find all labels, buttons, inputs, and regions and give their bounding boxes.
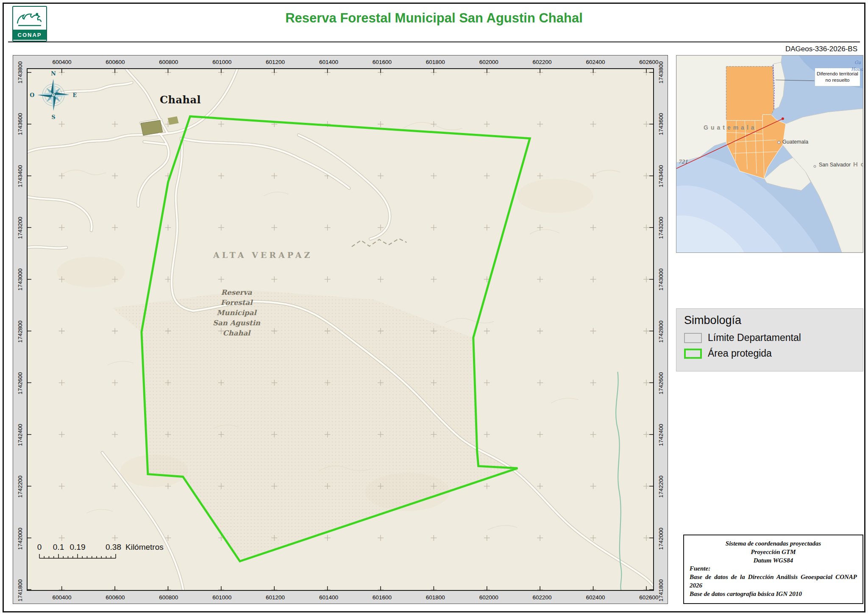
grid-y-label: 1742200 [658,476,664,498]
grid-x-label: 601400 [319,59,338,65]
grid-x-label: 601000 [212,594,231,601]
grid-x-label: 601600 [373,594,392,601]
credits-source-line: Base de datos de la Dirección Análisis G… [690,573,857,590]
scale-bar-ruler [39,553,119,560]
credits-line: Sistema de coordenadas proyectadas [690,540,857,548]
scale-unit-label: Kilómetros [125,543,164,551]
grid-x-label: 602400 [586,59,605,65]
conap-logo: CONAP [12,6,47,42]
built-up-area [168,116,179,125]
inset-country-label: Guatemala [704,124,757,131]
coord-band-top: 6004006006006008006010006012006014006016… [13,55,668,68]
reserve-name-line: Reserva [196,288,277,298]
credits-source-line: Base de datos cartografía básica IGN 201… [690,590,857,598]
conap-logo-text: CONAP [13,30,46,40]
grid-y-label: 1743600 [17,113,23,136]
legend-item-departmental: Límite Departamental [684,332,863,344]
grid-x-label: 600600 [106,59,125,65]
inset-capital-label: Guatemala [782,139,808,145]
legend-panel: Simbología Límite Departamental Área pro… [676,308,863,371]
map-sheet: CONAP Reserva Forestal Municipal San Agu… [3,3,865,612]
grid-y-label: 1742000 [658,527,664,550]
compass-rose: N E S O [28,70,78,120]
legend-item-protected: Área protegida [684,348,863,359]
credits-line: Proyección GTM [690,548,857,557]
credits-line: Datum WGS84 [690,557,857,565]
credits-fuente-label: Fuente: [690,565,857,573]
grid-y-label: 1742400 [17,424,23,446]
grid-y-label: 1742000 [17,527,23,550]
grid-x-label: 601400 [319,594,338,601]
grid-y-label: 1742600 [658,372,664,395]
capital-city-marker [778,141,780,144]
compass-east-label: E [73,92,77,98]
grid-y-label: 1743200 [17,217,23,239]
san-salvador-marker [814,165,816,167]
grid-y-label: 1742600 [17,372,23,395]
coord-band-bottom: 6004006006006008006010006012006014006016… [13,591,668,604]
grid-x-label: 600400 [52,594,71,601]
inset-san-salvador-label: San Salvador [819,162,851,168]
scale-label: 0.38Kilómetros [106,543,164,552]
grid-y-label: 1742800 [17,320,23,343]
grid-x-label: 601800 [426,594,445,601]
grid-y-label: 1743800 [658,61,664,84]
legend-title: Simbología [684,314,863,327]
dashed-track [352,238,406,247]
inset-ocean-label: Gu [854,60,861,65]
grid-y-label: 1743800 [17,61,23,84]
coord-band-right: 1743800174360017434001743200174300017428… [654,55,668,604]
compass-north-label: N [51,70,56,77]
grid-x-label: 602000 [479,594,498,601]
grid-x-label: 602000 [479,59,498,65]
grid-x-label: 601200 [266,594,285,601]
scale-bar-labels: 0 0.1 0.19 0.38Kilómetros [39,543,183,552]
grid-y-label: 1743600 [658,113,664,136]
scale-label: 0.1 [53,543,64,552]
scale-label: 0.19 [70,543,86,552]
reserve-area-texture [112,290,517,561]
map-graphics [28,69,653,590]
inset-ref-number: 721 [678,159,688,165]
reserve-name-label: Reserva Forestal Municipal San Agustin C… [196,288,277,338]
inset-peten-region [726,66,773,120]
grid-y-label: 1743000 [658,269,664,291]
grid-x-label: 601800 [426,59,445,65]
document-reference: DAGeos-336-2026-BS [785,45,857,53]
grid-x-label: 600400 [52,59,71,65]
grid-y-label: 1743400 [17,165,23,187]
compass-south-label: S [51,114,55,120]
town-label: Chahal [160,94,201,106]
grid-x-label: 602200 [533,59,552,65]
compass-west-label: O [30,92,34,98]
reserve-name-line: Municipal [196,308,277,318]
grid-x-label: 601000 [212,59,231,65]
credits-box: Sistema de coordenadas proyectadas Proye… [683,535,863,604]
legend-swatch-departmental [684,333,702,343]
grid-y-label: 1741800 [658,579,664,602]
scale-bar: 0 0.1 0.19 0.38Kilómetros [39,543,183,562]
header-divider [8,42,860,42]
reserve-name-line: Chahal [196,328,277,338]
reserve-name-line: San Agustin [196,318,277,328]
coord-band-left: 1743800174360017434001743200174300017428… [13,55,27,604]
grid-y-label: 1743000 [17,269,23,291]
grid-x-label: 602200 [533,594,552,601]
grid-x-label: 601200 [266,59,285,65]
grid-y-label: 1743200 [658,217,664,239]
grid-y-label: 1742800 [658,320,664,343]
grid-y-label: 1741800 [17,579,23,602]
main-map-frame: 6004006006006008006010006012006014006016… [13,55,668,604]
conap-emblem-icon [13,7,46,30]
department-label: ALTA VERAPAZ [213,250,312,260]
scale-label-value: 0.38 [106,543,121,551]
grid-x-label: 600800 [159,594,178,601]
grid-y-label: 1742200 [17,476,23,498]
legend-label-protected: Área protegida [708,348,772,359]
grid-x-label: 602400 [586,594,605,601]
map-title: Reserva Forestal Municipal San Agustin C… [89,11,779,26]
grid-y-label: 1742400 [658,424,664,446]
grid-y-label: 1743400 [658,165,664,187]
legend-swatch-area [684,349,702,359]
inset-honduras-label: Ho [853,161,863,168]
